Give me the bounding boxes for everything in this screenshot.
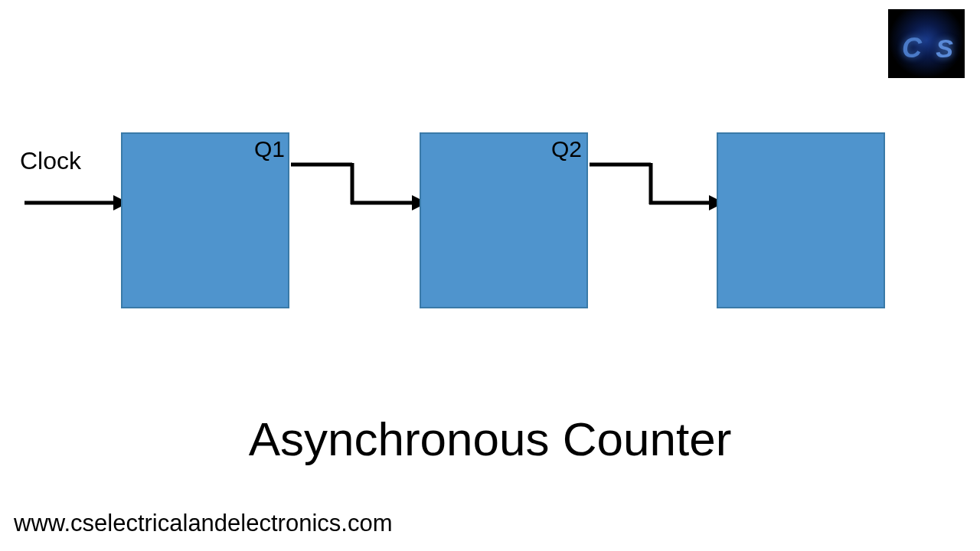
logo-letter-c: C (902, 32, 922, 64)
counter-diagram: Clock Q1 Q2 (0, 130, 980, 344)
site-logo: C S (888, 9, 965, 78)
diagram-title: Asynchronous Counter (0, 412, 980, 466)
logo-background: C S (888, 9, 965, 78)
q1-output-label: Q1 (254, 136, 285, 162)
website-url: www.cselectricalandelectronics.com (14, 510, 392, 537)
flip-flop-block-3 (717, 132, 885, 308)
logo-letter-s: S (936, 34, 953, 64)
q2-output-label: Q2 (551, 136, 582, 162)
